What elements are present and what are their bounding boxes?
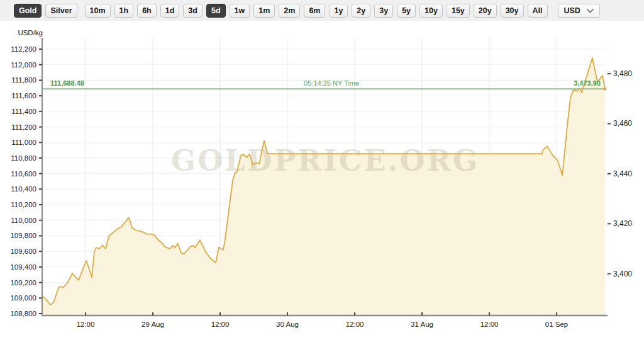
y-axis-label: 111,000 bbox=[11, 139, 36, 146]
metal-button-silver[interactable]: Silver bbox=[45, 4, 77, 18]
y-axis-label: 3,400 bbox=[613, 270, 632, 278]
y-axis-label: 3,480 bbox=[613, 69, 632, 78]
y-axis-label: 109,800 bbox=[10, 232, 36, 239]
y-axis-label: 111,400 bbox=[11, 108, 36, 115]
watermark: GOLDPRICE.ORG bbox=[171, 144, 479, 178]
range-button-6m[interactable]: 6m bbox=[304, 4, 325, 18]
currency-select[interactable]: USD bbox=[558, 4, 600, 18]
y-axis-label: 110,600 bbox=[11, 170, 36, 178]
range-button-5d[interactable]: 5d bbox=[206, 4, 226, 18]
gold-price-chart: GOLDPRICE.ORG112,200112,000111,800111,60… bbox=[0, 0, 644, 347]
y-axis-label: 110,800 bbox=[11, 154, 36, 162]
x-axis-label: 12:00 bbox=[77, 321, 95, 328]
x-axis-label: 29 Aug bbox=[142, 321, 164, 328]
range-button-3y[interactable]: 3y bbox=[374, 4, 393, 18]
metal-button-group: GoldSilver bbox=[14, 4, 81, 18]
range-button-6h[interactable]: 6h bbox=[137, 4, 157, 18]
range-button-2y[interactable]: 2y bbox=[352, 4, 370, 18]
range-button-1h[interactable]: 1h bbox=[114, 4, 134, 18]
chevron-down-icon bbox=[587, 6, 594, 15]
y-axis-label: 110,000 bbox=[11, 217, 36, 224]
current-price-label-oz: 3,473.90 bbox=[574, 79, 601, 87]
range-button-2m[interactable]: 2m bbox=[279, 4, 300, 18]
y-axis-label: 111,200 bbox=[11, 123, 36, 131]
range-button-1w[interactable]: 1w bbox=[230, 4, 250, 18]
y-axis-label: 3,420 bbox=[613, 219, 632, 228]
y-axis-label: 109,600 bbox=[10, 247, 36, 255]
range-button-10y[interactable]: 10y bbox=[419, 4, 443, 18]
price-area-fill bbox=[42, 58, 605, 316]
range-button-30y[interactable]: 30y bbox=[501, 4, 524, 18]
x-axis-label: 12:00 bbox=[346, 321, 364, 328]
range-button-3d[interactable]: 3d bbox=[183, 4, 203, 18]
x-axis-label: 31 Aug bbox=[411, 321, 433, 328]
last-price-dot bbox=[604, 88, 607, 91]
current-price-label-kg: 111,688.48 bbox=[50, 79, 84, 87]
x-axis-label: 12:00 bbox=[211, 321, 230, 328]
range-button-5y[interactable]: 5y bbox=[397, 4, 416, 18]
y-axis-label: 112,000 bbox=[11, 61, 36, 69]
range-button-15y[interactable]: 15y bbox=[447, 4, 470, 18]
y-axis-label: 110,200 bbox=[11, 201, 36, 208]
y-axis-label: 3,460 bbox=[613, 119, 632, 128]
range-button-group: 10m1h6h1d3d5d1w1m2m6m1y2y3y5y10y15y20y30… bbox=[85, 4, 552, 18]
y-axis-left: 112,200112,000111,800111,600111,400111,2… bbox=[10, 29, 43, 317]
x-axis-label: 30 Aug bbox=[276, 321, 299, 328]
currency-select-value: USD bbox=[564, 6, 580, 15]
range-button-1y[interactable]: 1y bbox=[329, 4, 348, 18]
range-button-1d[interactable]: 1d bbox=[160, 4, 180, 18]
y-axis-label: 112,200 bbox=[11, 45, 36, 53]
y-axis-label: 108,800 bbox=[10, 310, 36, 317]
current-time-label: 05:14:25 NY Time bbox=[304, 79, 359, 87]
y-axis-label: 109,200 bbox=[10, 279, 36, 287]
y-axis-right: 3,4803,4603,4403,4203,400 bbox=[608, 69, 632, 278]
y-axis-label: 109,400 bbox=[10, 263, 36, 271]
y-axis-label: 111,800 bbox=[11, 76, 36, 84]
range-button-20y[interactable]: 20y bbox=[474, 4, 497, 18]
y-axis-label: 111,600 bbox=[11, 92, 36, 100]
y-axis-label: 110,400 bbox=[11, 185, 36, 193]
y-axis-unit-label: USD/kg bbox=[18, 29, 43, 37]
y-axis-label: 109,000 bbox=[10, 294, 36, 302]
x-axis-label: 12:00 bbox=[480, 321, 499, 328]
range-button-10m[interactable]: 10m bbox=[85, 4, 111, 18]
x-axis-label: 01 Sep bbox=[545, 321, 568, 328]
toolbar: GoldSilver 10m1h6h1d3d5d1w1m2m6m1y2y3y5y… bbox=[0, 0, 644, 21]
range-button-1m[interactable]: 1m bbox=[253, 4, 275, 18]
y-axis-label: 3,440 bbox=[613, 169, 632, 178]
metal-button-gold[interactable]: Gold bbox=[14, 4, 42, 18]
range-button-all[interactable]: All bbox=[528, 4, 548, 18]
